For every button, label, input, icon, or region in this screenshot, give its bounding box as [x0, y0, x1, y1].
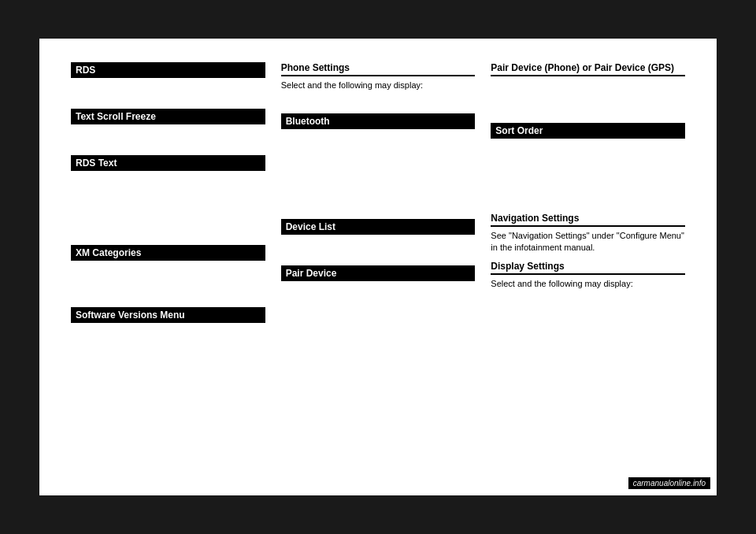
- phone-settings-label: Phone Settings: [281, 62, 476, 76]
- pair-device-menu-item: Pair Device: [281, 265, 476, 281]
- rds-text-menu-item: RDS Text: [71, 155, 265, 171]
- columns-wrapper: RDS Text Scroll Freeze RDS Text XM Categ…: [71, 62, 685, 472]
- watermark: carmanualonline.info: [628, 477, 710, 489]
- sort-order-menu-item: Sort Order: [491, 123, 685, 139]
- display-settings-label: Display Settings: [491, 261, 685, 275]
- device-list-menu-item: Device List: [281, 219, 476, 235]
- column-3: Pair Device (Phone) or Pair Device (GPS)…: [483, 62, 685, 472]
- xm-categories-menu-item: XM Categories: [71, 245, 265, 261]
- navigation-settings-desc: See "Navigation Settings" under "Configu…: [491, 230, 685, 254]
- display-settings-desc: Select and the following may display:: [491, 278, 685, 290]
- pair-device-phone-gps-label: Pair Device (Phone) or Pair Device (GPS): [491, 62, 685, 76]
- rds-menu-item: RDS: [71, 62, 265, 78]
- column-1: RDS Text Scroll Freeze RDS Text XM Categ…: [71, 62, 273, 472]
- text-scroll-freeze-menu-item: Text Scroll Freeze: [71, 109, 265, 124]
- navigation-settings-label: Navigation Settings: [491, 213, 685, 227]
- column-2: Phone Settings Select and the following …: [273, 62, 484, 472]
- page-container: RDS Text Scroll Freeze RDS Text XM Categ…: [39, 39, 717, 495]
- phone-settings-desc: Select and the following may display:: [281, 80, 476, 91]
- bluetooth-menu-item: Bluetooth: [281, 113, 476, 129]
- software-versions-menu-item: Software Versions Menu: [71, 307, 265, 323]
